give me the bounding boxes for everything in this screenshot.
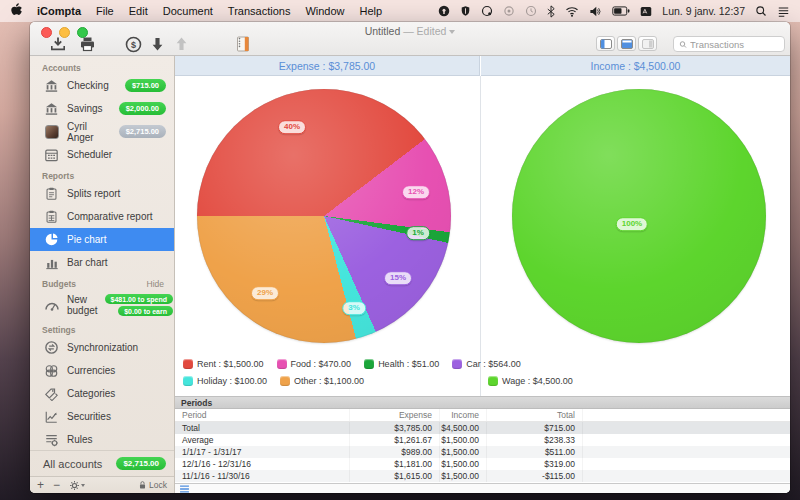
apple-menu-icon[interactable] <box>10 3 22 19</box>
calendar-icon <box>43 147 60 163</box>
sidebar-item-securities[interactable]: Securities <box>30 405 174 428</box>
balance-badge: $2,715.00 <box>119 125 166 138</box>
sidebar-item-scheduler[interactable]: Scheduler <box>30 143 174 166</box>
deposit-button[interactable] <box>171 35 191 53</box>
clipboard-table-icon <box>43 209 60 225</box>
column-header-income[interactable]: Income <box>440 409 487 421</box>
menu-item-transactions[interactable]: Transactions <box>228 5 291 17</box>
table-row[interactable]: Average$1,261.67$1,500.00$238.33 <box>175 434 790 446</box>
sidebar-item-label: Bar chart <box>67 257 108 268</box>
table-row[interactable]: 1/1/17 - 1/31/17$989.00$1,500.00$511.00 <box>175 446 790 458</box>
menu-item-file[interactable]: File <box>96 5 114 17</box>
sidebar-section-budgets: Budgets Hide <box>42 279 164 289</box>
search-field[interactable] <box>673 36 785 52</box>
sidebar-item-comparative-report[interactable]: Comparative report <box>30 205 174 228</box>
import-button[interactable] <box>48 35 68 53</box>
spotlight-icon[interactable] <box>755 5 767 17</box>
list-view-icon[interactable] <box>179 485 190 493</box>
all-accounts-row[interactable]: All accounts $2,715.00 <box>30 450 174 476</box>
income-legend-row: Wage : $4,500.00 <box>488 374 573 387</box>
status-shield-icon[interactable] <box>460 5 471 17</box>
window-header: Untitled — Edited $ <box>30 22 790 56</box>
app-window: Untitled — Edited $ <box>30 22 790 493</box>
sidebar-item-label: Splits report <box>67 188 120 199</box>
sidebar-item-currencies[interactable]: Currencies <box>30 359 174 382</box>
menu-item-edit[interactable]: Edit <box>129 5 148 17</box>
income-chart-header: Income : $4,500.00 <box>481 56 790 76</box>
add-account-button[interactable]: + <box>37 478 44 492</box>
sidebar-item-label: Currencies <box>67 365 115 376</box>
legend-item: Holiday : $100.00 <box>183 376 267 386</box>
legend-swatch <box>364 359 374 369</box>
view-toggle-inspector[interactable] <box>638 36 657 51</box>
sidebar-item-categories[interactable]: Categories <box>30 382 174 405</box>
sidebar-item-label: Checking <box>67 80 109 91</box>
status-input-icon[interactable] <box>640 6 652 17</box>
gear-icon <box>69 480 80 491</box>
table-row[interactable]: 12/1/16 - 12/31/16$1,181.00$1,500.00$319… <box>175 458 790 470</box>
slice-label-holiday: 3% <box>342 301 366 315</box>
sidebar-item-pie-chart[interactable]: Pie chart <box>30 228 174 251</box>
table-row[interactable]: 11/1/16 - 11/30/16$1,615.00$1,500.00-$11… <box>175 470 790 482</box>
periods-table: Periods Period Expense Income Total Tota… <box>175 396 790 493</box>
transfer-money-button[interactable]: $ <box>123 35 143 53</box>
sidebar-item-label: Savings <box>67 103 103 114</box>
expense-legend-row-1: Rent : $1,500.00 Food : $470.00 Health :… <box>183 357 521 370</box>
legend-swatch <box>183 359 193 369</box>
remove-account-button[interactable]: − <box>53 478 60 492</box>
status-battery-icon[interactable] <box>612 6 630 16</box>
bar-chart-icon <box>43 255 60 271</box>
status-circle-icon[interactable] <box>481 5 493 17</box>
status-bluetooth-icon[interactable] <box>547 5 555 18</box>
status-sync-icon[interactable] <box>503 5 515 17</box>
sidebar-item-label: Rules <box>67 434 93 445</box>
sidebar-item-synchronization[interactable]: Synchronization <box>30 336 174 359</box>
income-pie-chart[interactable] <box>512 89 766 343</box>
status-app-icon[interactable] <box>438 5 450 17</box>
status-wifi-icon[interactable] <box>565 6 579 17</box>
sidebar-item-checking[interactable]: Checking $715.00 <box>30 74 174 97</box>
sidebar-item-label: Comparative report <box>67 211 153 222</box>
sidebar-item-bar-chart[interactable]: Bar chart <box>30 251 174 274</box>
sidebar-item-splits-report[interactable]: Splits report <box>30 182 174 205</box>
view-toggle-content[interactable] <box>617 36 636 51</box>
slice-label-rent: 40% <box>278 120 306 134</box>
search-input[interactable] <box>690 39 779 50</box>
column-header-total[interactable]: Total <box>487 409 583 421</box>
menu-item-window[interactable]: Window <box>305 5 344 17</box>
sidebar-section-settings: Settings <box>42 325 164 335</box>
balance-badge: $715.00 <box>125 79 166 92</box>
ledger-document-icon[interactable] <box>233 35 253 53</box>
legend-swatch <box>452 359 462 369</box>
title-caret-icon[interactable] <box>449 30 455 34</box>
status-clock-icon[interactable] <box>525 5 537 17</box>
sidebar-item-label: Categories <box>67 388 115 399</box>
sidebar-item-cyril-anger[interactable]: Cyril Anger $2,715.00 <box>30 120 174 143</box>
menu-clock[interactable]: Lun. 9 janv. 12:37 <box>662 5 745 17</box>
sidebar-item-new-budget[interactable]: New budget $481.00 to spend $0.00 to ear… <box>30 290 174 320</box>
column-header-period[interactable]: Period <box>175 409 350 421</box>
actions-menu-button[interactable] <box>69 480 85 491</box>
print-button[interactable] <box>77 35 97 53</box>
expense-pie-chart[interactable] <box>197 89 451 343</box>
table-row[interactable]: Total$3,785.00$4,500.00$715.00 <box>175 422 790 434</box>
lock-button[interactable]: Lock <box>138 480 167 490</box>
sidebar-item-savings[interactable]: Savings $2,000.00 <box>30 97 174 120</box>
legend-item: Other : $1,100.00 <box>280 376 364 386</box>
clipboard-icon <box>43 186 60 202</box>
view-toggle-sidebar[interactable] <box>596 36 615 51</box>
status-volume-icon[interactable] <box>589 6 602 17</box>
notification-center-icon[interactable] <box>777 6 790 17</box>
legend-swatch <box>280 376 290 386</box>
menu-item-help[interactable]: Help <box>360 5 383 17</box>
slice-label-food: 12% <box>402 185 430 199</box>
hide-budgets-button[interactable]: Hide <box>147 279 164 289</box>
sidebar-item-rules[interactable]: Rules <box>30 428 174 451</box>
sidebar-item-label: Synchronization <box>67 342 138 353</box>
column-header-expense[interactable]: Expense <box>350 409 440 421</box>
sidebar-bottom-bar: + − Lock <box>30 476 174 493</box>
menu-item-app[interactable]: iCompta <box>37 5 81 17</box>
menu-item-document[interactable]: Document <box>163 5 213 17</box>
withdraw-button[interactable] <box>147 35 167 53</box>
sidebar-section-accounts: Accounts <box>42 63 164 73</box>
